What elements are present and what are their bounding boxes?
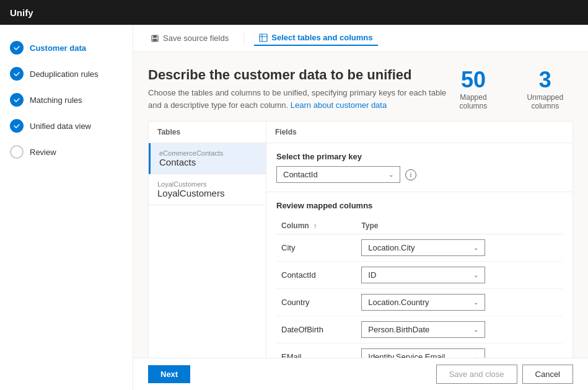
toolbar-separator: [244, 32, 244, 45]
column-header: Column ↑: [276, 218, 356, 234]
tables-panel: Tables eCommerceContacts Contacts LoyalC…: [149, 122, 266, 358]
table-item-name-contacts: Contacts: [159, 157, 257, 167]
sidebar-item-deduplication-rules[interactable]: Deduplication rules: [0, 61, 133, 87]
table-row: DateOfBirthPerson.BirthDate⌄: [276, 316, 563, 343]
page-title: Describe the customer data to be unified: [148, 67, 449, 83]
bottom-bar: Next Save and close Cancel: [133, 358, 588, 390]
type-cell: ID⌄: [356, 262, 563, 289]
table-row: EMailIdentity.Service.Email⌄: [276, 343, 563, 358]
sidebar-item-customer-data[interactable]: Customer data: [0, 35, 133, 61]
mapped-stat: 50 Mapped columns: [449, 67, 497, 110]
unmapped-count: 3: [517, 67, 573, 93]
type-dropdown[interactable]: Identity.Service.Email⌄: [361, 348, 485, 358]
main-layout: Customer data Deduplication rules Matchi…: [0, 25, 588, 390]
sidebar-circle-unified: [10, 119, 24, 133]
sidebar-item-review[interactable]: Review: [0, 139, 133, 165]
table-row: CountryLocation.Country⌄: [276, 289, 563, 316]
type-cell: Location.City⌄: [356, 234, 563, 262]
type-value: Location.Country: [368, 298, 429, 307]
top-bar: Unify: [0, 0, 588, 25]
cancel-button[interactable]: Cancel: [522, 365, 573, 384]
table-item-contacts[interactable]: eCommerceContacts Contacts: [149, 143, 266, 174]
pk-section: Select the primary key ContactId ⌄ i: [266, 143, 573, 192]
mapped-label: Mapped columns: [449, 93, 497, 110]
page-header-left: Describe the customer data to be unified…: [148, 67, 449, 111]
svg-rect-1: [153, 35, 157, 38]
next-button[interactable]: Next: [148, 365, 190, 383]
page-description-link[interactable]: Learn about customer data: [291, 100, 387, 110]
type-chevron: ⌄: [473, 326, 478, 333]
type-dropdown[interactable]: Location.City⌄: [361, 239, 485, 256]
pk-label: Select the primary key: [276, 152, 563, 161]
page-content: Describe the customer data to be unified…: [133, 52, 588, 358]
svg-rect-3: [260, 34, 267, 42]
column-name-cell: ContactId: [276, 262, 356, 289]
column-name-cell: DateOfBirth: [276, 316, 356, 343]
type-chevron: ⌄: [473, 353, 478, 358]
table-row: ContactIdID⌄: [276, 262, 563, 289]
primary-key-chevron: ⌄: [388, 171, 393, 178]
column-name-cell: Country: [276, 289, 356, 316]
column-name-cell: EMail: [276, 343, 356, 358]
toolbar: Save source fields Select tables and col…: [133, 25, 588, 52]
primary-key-value: ContactId: [283, 170, 318, 179]
table-item-sub-loyal: LoyalCustomers: [157, 180, 257, 188]
info-icon[interactable]: i: [405, 169, 416, 180]
sort-icon[interactable]: ↑: [314, 222, 317, 229]
stats-area: 50 Mapped columns 3 Unmapped columns: [449, 67, 573, 110]
type-value: Location.City: [368, 243, 415, 252]
table-item-sub-contacts: eCommerceContacts: [159, 149, 257, 157]
review-section: Review mapped columns Column ↑: [266, 192, 573, 358]
mapped-count: 50: [449, 67, 497, 93]
type-dropdown[interactable]: ID⌄: [361, 267, 485, 283]
right-buttons: Save and close Cancel: [436, 365, 573, 384]
type-cell: Identity.Service.Email⌄: [356, 343, 563, 358]
type-chevron: ⌄: [473, 299, 478, 306]
sidebar-circle-review: [10, 145, 24, 159]
fields-scroll: Column ↑ Type CityLocation.City⌄ContactI…: [276, 218, 563, 358]
save-source-fields-label: Save source fields: [163, 33, 229, 43]
app-title: Unify: [10, 7, 33, 18]
type-value: ID: [368, 270, 376, 280]
sidebar: Customer data Deduplication rules Matchi…: [0, 25, 133, 390]
page-description: Choose the tables and columns to be unif…: [148, 87, 449, 111]
primary-key-dropdown[interactable]: ContactId ⌄: [276, 166, 400, 183]
type-chevron: ⌄: [473, 272, 478, 278]
svg-rect-2: [153, 38, 157, 41]
type-cell: Person.BirthDate⌄: [356, 316, 563, 343]
select-tables-label: Select tables and columns: [271, 33, 372, 42]
sidebar-circle-matching: [10, 93, 24, 107]
table-item-name-loyal: LoyalCustomers: [157, 188, 257, 198]
save-and-close-button[interactable]: Save and close: [436, 365, 517, 384]
unmapped-stat: 3 Unmapped columns: [517, 67, 573, 110]
table-item-loyalcustomers[interactable]: LoyalCustomers LoyalCustomers: [149, 174, 266, 205]
type-cell: Location.Country⌄: [356, 289, 563, 316]
save-icon: [151, 34, 159, 43]
sidebar-circle-dedup: [10, 67, 24, 81]
pk-select-row: ContactId ⌄ i: [276, 166, 563, 183]
tables-panel-header: Tables: [149, 122, 266, 143]
table-row: CityLocation.City⌄: [276, 234, 563, 262]
type-chevron: ⌄: [473, 244, 478, 251]
sidebar-label-review: Review: [30, 148, 56, 157]
sidebar-label-customer-data: Customer data: [30, 43, 86, 53]
table-icon: [259, 33, 268, 42]
review-title: Review mapped columns: [276, 201, 563, 210]
type-dropdown[interactable]: Person.BirthDate⌄: [361, 321, 485, 338]
sidebar-label-dedup: Deduplication rules: [30, 69, 99, 79]
sidebar-circle-customer-data: [10, 41, 24, 55]
fields-panel: Fields Select the primary key ContactId …: [266, 122, 573, 358]
type-dropdown[interactable]: Location.Country⌄: [361, 294, 485, 311]
save-source-fields-button[interactable]: Save source fields: [146, 31, 234, 45]
sidebar-label-matching: Matching rules: [30, 95, 82, 105]
sidebar-item-unified-data-view[interactable]: Unified data view: [0, 113, 133, 139]
column-name-cell: City: [276, 234, 356, 262]
sidebar-item-matching-rules[interactable]: Matching rules: [0, 87, 133, 113]
sidebar-label-unified: Unified data view: [30, 122, 91, 131]
columns-table: Column ↑ Type CityLocation.City⌄ContactI…: [276, 218, 563, 358]
fields-panel-header: Fields: [266, 122, 573, 143]
page-header: Describe the customer data to be unified…: [148, 67, 573, 111]
tables-fields-container: Tables eCommerceContacts Contacts LoyalC…: [148, 121, 573, 358]
unmapped-label: Unmapped columns: [517, 93, 573, 110]
select-tables-button[interactable]: Select tables and columns: [254, 30, 377, 46]
